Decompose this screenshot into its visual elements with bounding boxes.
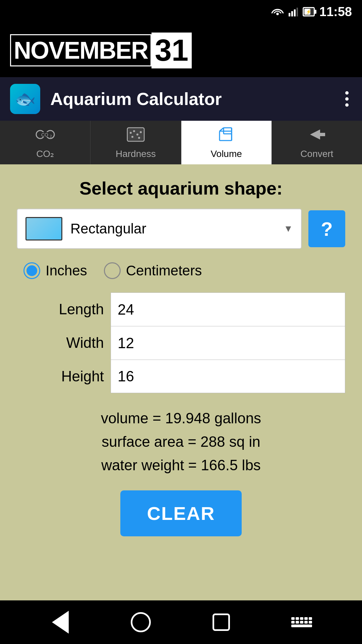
results: volume = 19.948 gallons surface area = 2… (17, 403, 345, 480)
home-icon (131, 612, 151, 632)
tab-hardness-label: Hardness (116, 149, 156, 159)
help-button[interactable]: ? (308, 210, 345, 247)
length-label: Length (17, 292, 111, 326)
app-header: 🐟 Aquarium Calculator (0, 77, 362, 121)
svg-rect-2 (291, 11, 293, 16)
dropdown-arrow-icon: ▼ (284, 223, 293, 234)
tab-convert-label: Convert (300, 149, 333, 159)
app-title: Aquarium Calculator (50, 89, 332, 109)
wifi-icon (271, 7, 284, 16)
svg-rect-11 (128, 129, 143, 140)
height-row: Height (17, 360, 345, 393)
svg-point-12 (130, 132, 132, 134)
back-button[interactable] (47, 609, 74, 636)
brand-header: NOVEMBER 31 (0, 23, 362, 77)
svg-point-13 (133, 130, 135, 132)
recents-button[interactable] (208, 609, 235, 636)
bottom-nav (0, 600, 362, 644)
fish-icon: 🐟 (15, 89, 36, 109)
svg-point-17 (138, 137, 140, 139)
status-icons: ⚡ 11:58 (271, 5, 352, 19)
width-label: Width (17, 326, 111, 360)
inches-label: Inches (46, 263, 87, 279)
height-input[interactable] (111, 360, 345, 393)
help-text: ? (321, 218, 333, 240)
length-input[interactable] (111, 292, 345, 326)
unit-selector: Inches Centimeters (17, 259, 345, 282)
back-icon (52, 611, 69, 634)
app-icon: 🐟 (10, 84, 40, 114)
section-title: Select aquarium shape: (17, 178, 345, 199)
hardness-icon (126, 126, 146, 146)
shape-name: Rectangular (70, 221, 276, 237)
brand-logo: NOVEMBER 31 (10, 33, 192, 68)
tab-convert[interactable]: Convert (272, 121, 362, 164)
convert-icon (307, 126, 327, 146)
inches-radio-inner (26, 265, 37, 276)
tab-volume[interactable]: Volume (181, 121, 272, 164)
width-input[interactable] (111, 326, 345, 360)
shape-preview (25, 217, 62, 240)
signal-icon (289, 7, 298, 16)
shape-dropdown[interactable]: Rectangular ▼ (17, 209, 302, 249)
svg-rect-18 (220, 131, 232, 141)
battery-icon: ⚡ (303, 7, 315, 16)
width-row: Width (17, 326, 345, 360)
menu-dot (345, 91, 349, 95)
clear-button[interactable]: CLEAR (120, 490, 242, 536)
co2-icon: CO 2 (35, 126, 55, 146)
keyboard-button[interactable] (288, 609, 315, 636)
brand-november: NOVEMBER (10, 34, 152, 66)
tab-bar: CO 2 CO₂ Hardness (0, 121, 362, 164)
svg-rect-1 (289, 13, 290, 17)
svg-marker-23 (310, 129, 325, 140)
volume-icon (216, 126, 236, 146)
water-weight-result: water weight = 166.5 lbs (17, 457, 345, 474)
inches-radio[interactable]: Inches (23, 262, 87, 279)
home-button[interactable] (127, 609, 154, 636)
menu-dot (345, 97, 349, 101)
menu-dot (345, 103, 349, 107)
volume-result: volume = 19.948 gallons (17, 410, 345, 427)
status-time: 11:58 (319, 5, 352, 19)
measurement-fields: Length Width Height (17, 292, 345, 393)
length-row: Length (17, 292, 345, 326)
status-bar: ⚡ 11:58 (0, 0, 362, 23)
shape-selector-row: Rectangular ▼ ? (17, 209, 345, 249)
tab-co2[interactable]: CO 2 CO₂ (0, 121, 90, 164)
keyboard-icon (291, 617, 312, 627)
tab-co2-label: CO₂ (36, 148, 54, 159)
surface-area-result: surface area = 288 sq in (17, 433, 345, 450)
svg-point-0 (276, 13, 279, 15)
svg-text:CO: CO (41, 132, 48, 138)
height-label: Height (17, 360, 111, 393)
centimeters-radio[interactable]: Centimeters (104, 262, 202, 279)
tab-volume-label: Volume (210, 149, 242, 159)
svg-point-15 (140, 131, 142, 133)
brand-number: 31 (152, 33, 192, 68)
svg-rect-3 (294, 9, 296, 16)
inches-radio-circle (23, 262, 40, 279)
svg-rect-4 (296, 8, 298, 16)
menu-button[interactable] (342, 88, 352, 110)
recents-icon (213, 613, 230, 631)
main-content: Select aquarium shape: Rectangular ▼ ? I… (0, 164, 362, 600)
svg-text:2: 2 (50, 135, 52, 138)
centimeters-label: Centimeters (126, 263, 202, 279)
svg-point-14 (136, 133, 138, 136)
svg-point-16 (131, 136, 133, 138)
centimeters-radio-circle (104, 262, 121, 279)
tab-hardness[interactable]: Hardness (90, 121, 181, 164)
